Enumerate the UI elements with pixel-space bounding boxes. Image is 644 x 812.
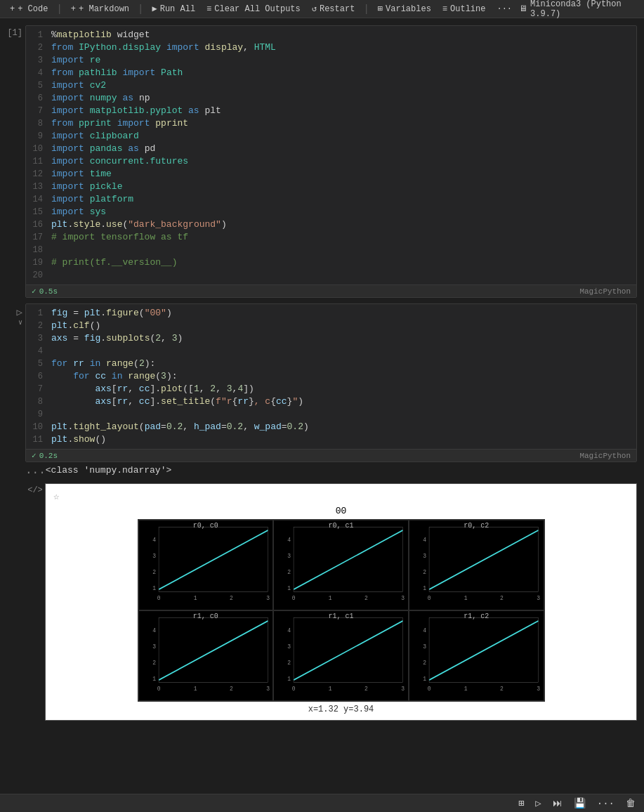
add-code-button[interactable]: + + Code bbox=[6, 3, 52, 15]
svg-text:3: 3 bbox=[287, 643, 291, 651]
subplot-r1c2-title: r1, c2 bbox=[409, 613, 544, 620]
subplot-r1c1: r1, c1 1 2 3 4 0 1 bbox=[273, 610, 409, 701]
svg-text:3: 3 bbox=[423, 643, 426, 651]
restart-icon: ↺ bbox=[312, 4, 317, 14]
variables-label: Variables bbox=[386, 4, 431, 14]
code-line-14: 14 import platform bbox=[26, 193, 636, 206]
svg-text:0: 0 bbox=[428, 595, 431, 603]
svg-text:2: 2 bbox=[287, 660, 291, 667]
cell-1-code: 1 %matplotlib widget 2 from IPython.disp… bbox=[26, 26, 636, 284]
svg-text:4: 4 bbox=[287, 537, 291, 544]
more-bottom-icon[interactable]: ··· bbox=[594, 797, 617, 811]
subplot-r0c2-title: r0, c2 bbox=[409, 522, 544, 530]
output-1-body: <class 'numpy.ndarray'> bbox=[46, 465, 637, 477]
cell-1-container: [1] 1 %matplotlib widget 2 from IPython.… bbox=[0, 25, 644, 298]
c2-line-9: 9 bbox=[26, 408, 636, 421]
svg-text:1: 1 bbox=[464, 686, 468, 693]
skip-icon[interactable]: ⏭ bbox=[550, 797, 565, 811]
svg-text:1: 1 bbox=[193, 686, 197, 693]
cell-1-time: 0.5s bbox=[39, 287, 58, 296]
run-cell-button[interactable]: ▷ bbox=[17, 306, 22, 318]
svg-text:3: 3 bbox=[266, 595, 270, 603]
subplot-r0c0: r0, c0 1 2 3 4 bbox=[138, 520, 274, 610]
delete-icon[interactable]: 🗑 bbox=[623, 797, 638, 811]
save-icon[interactable]: 💾 bbox=[571, 796, 589, 811]
c2-line-3: 3 axs = fig.subplots(2, 3) bbox=[26, 332, 636, 345]
c2-line-7: 7 axs[rr, cc].plot([1, 2, 3,4]) bbox=[26, 383, 636, 395]
svg-text:2: 2 bbox=[500, 686, 504, 693]
play-icon[interactable]: ▷ bbox=[532, 796, 544, 811]
kernel-icon: 🖥 bbox=[519, 4, 527, 14]
svg-text:2: 2 bbox=[152, 660, 156, 667]
c2-line-8: 8 axs[rr, cc].set_title(f"r{rr}, c{cc}") bbox=[26, 395, 636, 408]
svg-text:1: 1 bbox=[287, 585, 291, 593]
figure-title: 00 bbox=[51, 506, 631, 516]
separator-1: | bbox=[56, 4, 62, 15]
variables-button[interactable]: ⊞ Variables bbox=[374, 2, 435, 15]
code-line-7: 7 import matplotlib.pyplot as plt bbox=[26, 105, 636, 117]
matplotlib-figure: ☆ 00 r0, c0 bbox=[45, 483, 637, 721]
code-line-19: 19 # print(tf.__version__) bbox=[26, 256, 636, 269]
cell-1-status: ✓ 0.5s MagicPython bbox=[26, 284, 636, 297]
svg-text:1: 1 bbox=[423, 585, 426, 593]
bottom-toolbar: ⊞ ▷ ⏭ 💾 ··· 🗑 bbox=[0, 794, 644, 812]
svg-text:2: 2 bbox=[152, 569, 156, 577]
add-markdown-button[interactable]: + + Markdown bbox=[67, 3, 133, 15]
svg-text:0: 0 bbox=[428, 686, 431, 693]
svg-text:3: 3 bbox=[401, 686, 405, 693]
clear-outputs-label: Clear All Outputs bbox=[214, 4, 300, 14]
svg-text:1: 1 bbox=[152, 676, 156, 683]
run-all-label: Run All bbox=[160, 4, 195, 14]
cell-2-gutter: ▷ ∨ bbox=[0, 303, 25, 722]
svg-text:3: 3 bbox=[152, 643, 156, 651]
run-all-button[interactable]: ▶ Run All bbox=[147, 2, 199, 15]
svg-text:4: 4 bbox=[287, 627, 291, 635]
c2-line-1: 1 fig = plt.figure("00") bbox=[26, 307, 636, 320]
expand-cell-button[interactable]: ∨ bbox=[18, 318, 22, 327]
output-1-container: ··· <class 'numpy.ndarray'> bbox=[25, 465, 637, 479]
notebook-area: [1] 1 %matplotlib widget 2 from IPython.… bbox=[0, 18, 644, 729]
code-line-6: 6 import numpy as np bbox=[26, 92, 636, 105]
code-line-8: 8 from pprint import pprint bbox=[26, 117, 636, 130]
cell-2-body[interactable]: 1 fig = plt.figure("00") 2 plt.clf() 3 a… bbox=[25, 303, 637, 462]
c2-line-5: 5 for rr in range(2): bbox=[26, 358, 636, 370]
code-line-12: 12 import time bbox=[26, 168, 636, 181]
svg-text:3: 3 bbox=[537, 595, 540, 603]
code-line-15: 15 import sys bbox=[26, 206, 636, 218]
figure-coords: x=1.32 y=3.94 bbox=[51, 705, 631, 714]
svg-text:1: 1 bbox=[287, 676, 291, 683]
subplot-r1c0: r1, c0 1 2 3 4 0 1 bbox=[138, 610, 274, 701]
kernel-info: 🖥 Miniconda3 (Python 3.9.7) bbox=[519, 0, 638, 19]
separator-3: | bbox=[363, 4, 369, 15]
svg-text:3: 3 bbox=[266, 686, 270, 693]
more-button[interactable]: ··· bbox=[492, 3, 516, 15]
outline-label: Outline bbox=[450, 4, 485, 14]
grid-icon[interactable]: ⊞ bbox=[515, 796, 527, 811]
svg-text:4: 4 bbox=[423, 627, 426, 635]
code-line-4: 4 from pathlib import Path bbox=[26, 67, 636, 79]
output-dots-btn[interactable]: ··· bbox=[25, 465, 46, 479]
cell-1-ok: ✓ 0.5s bbox=[32, 287, 58, 296]
cell-1-body[interactable]: 1 %matplotlib widget 2 from IPython.disp… bbox=[25, 25, 637, 298]
svg-text:3: 3 bbox=[537, 686, 540, 693]
clear-outputs-button[interactable]: ≡ Clear All Outputs bbox=[202, 3, 305, 15]
cell-2-ok: ✓ 0.2s bbox=[32, 451, 58, 460]
subplot-r0c1-title: r0, c1 bbox=[274, 522, 408, 530]
restart-button[interactable]: ↺ Restart bbox=[308, 2, 360, 15]
output-text-1: <class 'numpy.ndarray'> bbox=[46, 465, 637, 476]
subplot-r1c1-title: r1, c1 bbox=[274, 613, 408, 620]
outline-button[interactable]: ≡ Outline bbox=[438, 3, 490, 15]
c2-line-2: 2 plt.clf() bbox=[26, 320, 636, 332]
svg-text:2: 2 bbox=[230, 595, 233, 603]
svg-text:2: 2 bbox=[423, 660, 426, 667]
figure-home-icon[interactable]: ☆ bbox=[51, 490, 61, 503]
svg-text:3: 3 bbox=[152, 553, 156, 561]
subplot-r0c1: r0, c1 1 2 3 4 0 1 bbox=[273, 520, 409, 610]
c2-line-11: 11 plt.show() bbox=[26, 433, 636, 446]
subplot-r1c0-title: r1, c0 bbox=[139, 613, 273, 620]
checkmark-icon-2: ✓ bbox=[32, 451, 37, 460]
markdown-label: + Markdown bbox=[79, 4, 129, 14]
subplot-r0c0-title: r0, c0 bbox=[139, 522, 273, 530]
svg-text:0: 0 bbox=[292, 595, 296, 603]
svg-text:1: 1 bbox=[464, 595, 468, 603]
